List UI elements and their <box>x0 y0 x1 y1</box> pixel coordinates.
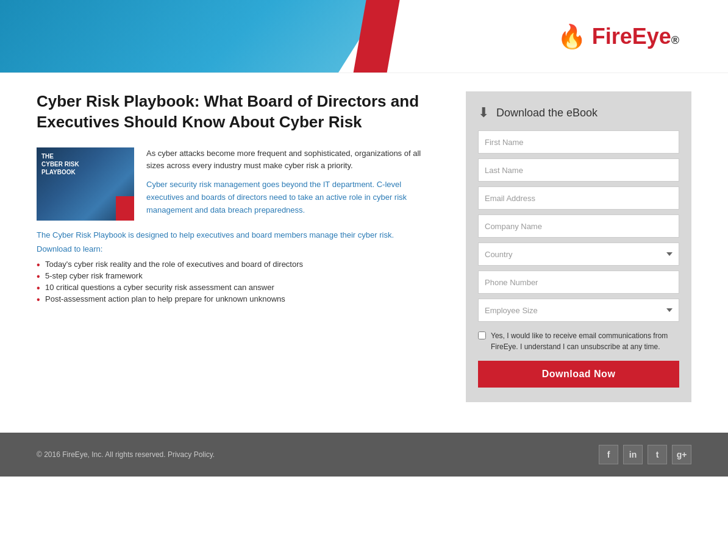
email-consent-checkbox[interactable] <box>478 331 486 339</box>
form-header: ⬇ Download the eBook <box>478 105 679 121</box>
list-item: Today's cyber risk reality and the role … <box>37 258 429 270</box>
email-consent-row: Yes, I would like to receive email commu… <box>478 330 679 352</box>
fireeye-logo-text: FireEye® <box>592 24 679 49</box>
header-blue-bar <box>0 0 384 73</box>
facebook-icon[interactable]: f <box>599 445 618 464</box>
desc-paragraph-3: The Cyber Risk Playbook is designed to h… <box>37 230 429 239</box>
download-to-learn-label: Download to learn: <box>37 244 429 253</box>
fireeye-logo-icon: 🔥 <box>557 23 586 50</box>
phone-number-input[interactable] <box>478 271 679 294</box>
form-title: Download the eBook <box>496 107 598 119</box>
main-content: Cyber Risk Playbook: What Board of Direc… <box>0 73 728 420</box>
download-ebook-icon: ⬇ <box>478 105 489 121</box>
twitter-icon[interactable]: t <box>648 445 667 464</box>
bullet-list: Today's cyber risk reality and the role … <box>37 258 429 305</box>
company-name-input[interactable] <box>478 214 679 238</box>
email-input[interactable] <box>478 186 679 210</box>
fireeye-logo: 🔥 FireEye® <box>557 23 679 50</box>
download-now-button[interactable]: Download Now <box>478 361 679 388</box>
social-icons-group: f in t g+ <box>599 445 691 464</box>
book-cover-text: THE CYBER RISK PLAYBOOK <box>41 152 79 176</box>
page-footer: © 2016 FireEye, Inc. All rights reserved… <box>0 433 728 477</box>
list-item: Post-assessment action plan to help prep… <box>37 293 429 305</box>
page-header: 🔥 FireEye® <box>0 0 728 73</box>
list-item: 5-step cyber risk framework <box>37 270 429 282</box>
google-plus-icon[interactable]: g+ <box>672 445 691 464</box>
book-description: As cyber attacks become more frequent an… <box>146 147 429 221</box>
page-title: Cyber Risk Playbook: What Board of Direc… <box>37 91 429 133</box>
book-section: THE CYBER RISK PLAYBOOK As cyber attacks… <box>37 147 429 221</box>
form-box: ⬇ Download the eBook CountryUnited State… <box>466 91 691 402</box>
book-cover: THE CYBER RISK PLAYBOOK <box>37 147 134 221</box>
list-item: 10 critical questions a cyber security r… <box>37 282 429 293</box>
book-cover-red-accent <box>116 196 134 221</box>
footer-copyright: © 2016 FireEye, Inc. All rights reserved… <box>37 450 215 459</box>
email-consent-label: Yes, I would like to receive email commu… <box>491 330 679 352</box>
employee-size-select[interactable]: Employee Size1-5051-200201-500501-100010… <box>478 299 679 322</box>
country-select[interactable]: CountryUnited StatesUnited KingdomCanada… <box>478 243 679 266</box>
last-name-input[interactable] <box>478 158 679 182</box>
privacy-policy-link[interactable]: Privacy Policy. <box>168 450 215 459</box>
desc-paragraph-2: Cyber security risk management goes beyo… <box>146 179 429 216</box>
linkedin-icon[interactable]: in <box>623 445 643 464</box>
first-name-input[interactable] <box>478 130 679 154</box>
desc-paragraph-1: As cyber attacks become more frequent an… <box>146 147 429 173</box>
right-column: ⬇ Download the eBook CountryUnited State… <box>466 91 691 402</box>
download-section: The Cyber Risk Playbook is designed to h… <box>37 230 429 305</box>
left-column: Cyber Risk Playbook: What Board of Direc… <box>37 91 441 402</box>
